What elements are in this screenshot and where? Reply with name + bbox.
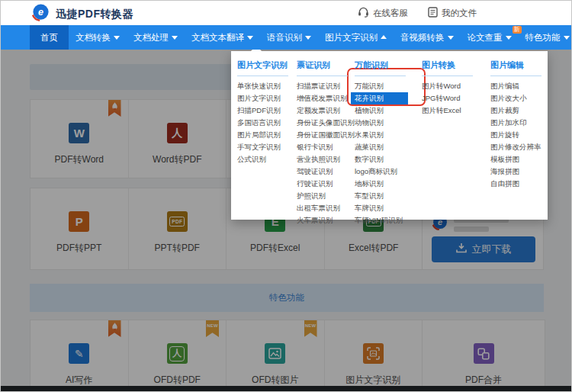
dropdown-item[interactable]: 营业执照识别	[297, 153, 355, 165]
dropdown-column-2: 票证识别扫描票证识别增值税发票识别定额发票识别身份证头像面识别身份证国徽面识别银…	[297, 57, 355, 227]
dropdown-column-title: 万能识别	[355, 59, 406, 76]
main-nav: 首页文档转换文档处理文档文本翻译语音识别图片文字识别音视频转换论文查重新特色功能…	[1, 25, 571, 50]
dropdown-item[interactable]: 图片加水印	[490, 117, 541, 129]
my-files-link[interactable]: 我的文件	[428, 7, 477, 19]
dropdown-item[interactable]: 护照识别	[297, 190, 355, 202]
dropdown-item[interactable]: logo商标识别	[355, 165, 408, 178]
nav-item-label: 论文查重	[468, 32, 503, 43]
nav-item-label: 文档处理	[133, 32, 169, 43]
online-service-link[interactable]: 在线客服	[358, 7, 408, 19]
nav-item-9[interactable]: 特色功能	[519, 25, 572, 50]
dropdown-item[interactable]: 蔬菜识别	[355, 141, 408, 153]
dropdown-item[interactable]: 图片裁剪	[490, 104, 541, 117]
dropdown-item[interactable]: 扫描票证识别	[297, 80, 355, 92]
dropdown-item[interactable]: 车牌识别	[355, 202, 408, 214]
nav-item-7[interactable]: 音视频转换	[394, 25, 461, 50]
dropdown-item[interactable]: 万能识别	[355, 80, 408, 92]
dropdown-item[interactable]: 自由拼图	[490, 178, 541, 190]
dropdown-item[interactable]: JPG转Word	[422, 92, 473, 104]
dropdown-column-title: 图片文字识别	[237, 59, 288, 76]
app-window: e 迅捷PDF转换器 在线客服	[0, 0, 572, 392]
logo-icon: e	[31, 3, 50, 25]
dropdown-item[interactable]: 植物识别	[355, 104, 408, 117]
dropdown-item[interactable]: 数字识别	[355, 153, 408, 165]
dropdown-item[interactable]: 图片局部识别	[237, 129, 288, 141]
nav-item-4[interactable]: 文档文本翻译	[185, 25, 260, 50]
dropdown-column-title: 票证识别	[297, 59, 348, 76]
dropdown-item-highlighted[interactable]: 花卉识别	[351, 92, 408, 104]
chevron-up-icon	[381, 35, 387, 39]
panel-caret	[251, 50, 262, 51]
online-service-label: 在线客服	[373, 8, 408, 19]
dropdown-item[interactable]: 出租车票识别	[297, 202, 355, 214]
dropdown-column-4: 图片转换图片转WordJPG转Word图片转Excel	[422, 57, 473, 117]
chevron-down-icon	[564, 36, 570, 40]
dropdown-item[interactable]: 图片改大小	[490, 92, 541, 104]
headset-icon	[358, 7, 369, 19]
nav-item-1[interactable]: 首页	[30, 25, 69, 50]
dropdown-item[interactable]: 定额发票识别	[297, 104, 355, 117]
logo[interactable]: e 迅捷PDF转换器	[31, 3, 133, 25]
nav-item-label: 特色功能	[525, 32, 561, 43]
dropdown-item[interactable]: 图片旋转	[490, 129, 541, 141]
ocr-dropdown-panel: 图片文字识别单张快速识别图片文字识别扫描PDF识别多国语言识别图片局部识别手写文…	[231, 51, 548, 220]
dropdown-item[interactable]: 图片修改分辨率	[490, 141, 541, 153]
dropdown-item[interactable]: 图片编辑	[490, 80, 541, 92]
dropdown-item[interactable]: 多国语言识别	[237, 117, 288, 129]
dropdown-item[interactable]: 增值税发票识别	[297, 92, 355, 104]
nav-item-label: 音视频转换	[400, 32, 445, 43]
chevron-down-icon	[448, 36, 454, 40]
dropdown-item[interactable]: 图片转Excel	[422, 104, 473, 117]
nav-item-label: 首页	[40, 32, 58, 43]
nav-item-3[interactable]: 文档处理	[127, 25, 185, 50]
main-content: W PDF转Word人 Word转PDF P PDF转PPTPDF PPT转PD…	[1, 50, 572, 392]
dropdown-item[interactable]: 单张快速识别	[237, 80, 288, 92]
nav-item-label: 语音识别	[267, 32, 302, 43]
dropdown-item[interactable]: 身份证国徽面识别	[297, 129, 355, 141]
chevron-down-icon	[305, 36, 311, 40]
nav-item-8[interactable]: 论文查重新	[461, 25, 519, 50]
chevron-down-icon	[506, 36, 512, 40]
chevron-down-icon	[172, 36, 178, 40]
dropdown-item[interactable]: 车辆VIN码识别	[355, 214, 408, 227]
dropdown-item[interactable]: 银行卡识别	[297, 141, 355, 153]
dropdown-item[interactable]: 海报拼图	[490, 165, 541, 178]
dropdown-item[interactable]: 行驶证识别	[297, 178, 355, 190]
nav-item-5[interactable]: 语音识别	[260, 25, 318, 50]
chevron-down-icon	[114, 36, 120, 40]
nav-item-6[interactable]: 图片文字识别	[318, 25, 394, 50]
dropdown-column-5: 图片编辑图片编辑图片改大小图片裁剪图片加水印图片旋转图片修改分辨率模板拼图海报拼…	[490, 57, 541, 190]
dropdown-item[interactable]: 水果识别	[355, 129, 408, 141]
nav-item-label: 文档转换	[76, 32, 111, 43]
dropdown-item[interactable]: 地标识别	[355, 178, 408, 190]
dropdown-column-title: 图片转换	[422, 59, 473, 76]
dropdown-item[interactable]: 动物识别	[355, 117, 408, 129]
nav-item-label: 文档文本翻译	[191, 32, 244, 43]
dropdown-item[interactable]: 公式识别	[237, 153, 288, 165]
dropdown-item[interactable]: 图片转Word	[422, 80, 473, 92]
nav-item-2[interactable]: 文档转换	[69, 25, 127, 50]
app-title: 迅捷PDF转换器	[56, 8, 133, 21]
dropdown-item[interactable]: 图片文字识别	[237, 92, 288, 104]
top-header: e 迅捷PDF转换器 在线客服	[1, 1, 571, 25]
my-files-label: 我的文件	[442, 8, 477, 19]
dropdown-item[interactable]: 手写文字识别	[237, 141, 288, 153]
nav-item-label: 图片文字识别	[325, 32, 378, 43]
dropdown-item[interactable]: 车型识别	[355, 190, 408, 202]
chevron-down-icon	[247, 36, 253, 40]
dropdown-column-3: 万能识别万能识别花卉识别植物识别动物识别水果识别蔬菜识别数字识别logo商标识别…	[355, 57, 408, 227]
dropdown-item[interactable]: 扫描PDF识别	[237, 104, 288, 117]
dropdown-column-1: 图片文字识别单张快速识别图片文字识别扫描PDF识别多国语言识别图片局部识别手写文…	[237, 57, 288, 165]
file-icon	[428, 7, 438, 19]
svg-text:e: e	[38, 7, 43, 18]
dropdown-item[interactable]: 火车票识别	[297, 214, 355, 227]
dropdown-column-title: 图片编辑	[490, 59, 541, 76]
dropdown-item[interactable]: 模板拼图	[490, 153, 541, 165]
dropdown-item[interactable]: 驾驶证识别	[297, 165, 355, 178]
dropdown-item[interactable]: 身份证头像面识别	[297, 117, 355, 129]
